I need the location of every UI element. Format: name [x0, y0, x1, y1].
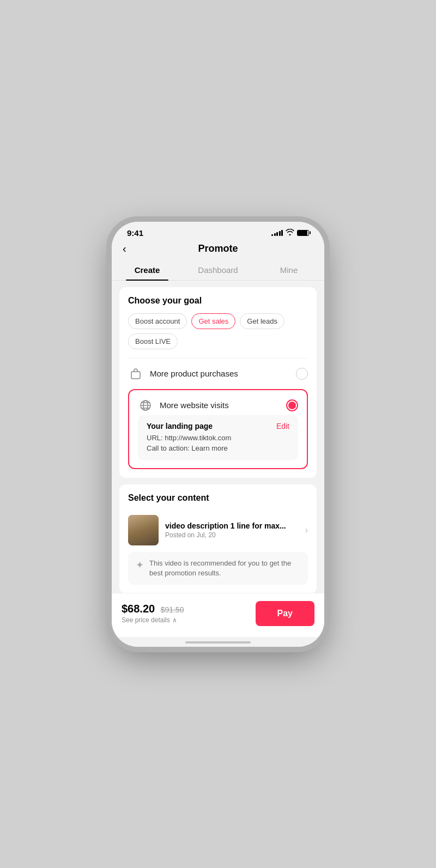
landing-page-section: Your landing page Edit URL: http://www.t… [138, 415, 298, 460]
edit-button[interactable]: Edit [276, 422, 289, 430]
phone-frame: 9:41 ‹ Promote [112, 222, 324, 647]
sparkle-icon: ✦ [136, 559, 144, 571]
landing-label: Your landing page [147, 422, 213, 430]
scroll-content: Choose your goal Boost account Get sales… [112, 281, 324, 593]
goal-option-website[interactable]: More website visits Your landing page Ed… [128, 389, 308, 469]
page-title: Promote [198, 243, 238, 254]
chevron-right-icon: › [305, 525, 308, 535]
price-details[interactable]: See price details ∧ [122, 616, 184, 624]
chip-boost-live[interactable]: Boost LIVE [128, 333, 178, 349]
svg-rect-0 [131, 372, 140, 379]
recommendation-box: ✦ This video is recommended for you to g… [128, 552, 308, 585]
radio-website[interactable] [286, 399, 298, 411]
goal-option-product[interactable]: More product purchases [128, 358, 308, 389]
wifi-icon [286, 229, 294, 237]
home-indicator [112, 637, 324, 647]
current-price: $68.20 [122, 603, 155, 615]
video-date: Posted on Jul, 20 [165, 531, 299, 539]
chip-boost-account[interactable]: Boost account [128, 313, 187, 329]
radio-product[interactable] [296, 368, 308, 380]
content-card: Select your content video description 1 … [119, 484, 317, 593]
content-card-title: Select your content [128, 493, 308, 503]
video-row[interactable]: video description 1 line for max... Post… [128, 511, 308, 550]
landing-url: URL: http://www.tiktok.com [147, 433, 289, 444]
battery-icon [297, 230, 309, 236]
tab-mine[interactable]: Mine [253, 260, 324, 280]
recommendation-text: This video is recommended for you to get… [149, 559, 300, 578]
status-icons [271, 229, 309, 237]
video-thumbnail [128, 515, 159, 545]
old-price: $91.50 [161, 605, 184, 614]
goal-chips: Boost account Get sales Get leads Boost … [128, 313, 308, 349]
status-time: 9:41 [127, 228, 143, 238]
goal-card: Choose your goal Boost account Get sales… [119, 287, 317, 478]
chip-get-sales[interactable]: Get sales [191, 313, 235, 329]
goal-label-product: More product purchases [150, 369, 238, 378]
shopping-bag-icon [128, 366, 143, 381]
globe-icon [138, 398, 153, 413]
video-title: video description 1 line for max... [165, 521, 299, 530]
tab-dashboard[interactable]: Dashboard [183, 260, 253, 280]
back-button[interactable]: ‹ [123, 242, 126, 255]
goal-card-title: Choose your goal [128, 296, 308, 306]
chip-get-leads[interactable]: Get leads [240, 313, 284, 329]
pay-button[interactable]: Pay [256, 601, 314, 626]
landing-cta: Call to action: Learn more [147, 443, 289, 454]
nav-header: ‹ Promote [112, 240, 324, 260]
goal-label-website: More website visits [160, 400, 229, 410]
chevron-up-icon: ∧ [172, 616, 177, 624]
price-section: $68.20 $91.50 See price details ∧ [122, 603, 184, 624]
tab-bar: Create Dashboard Mine [112, 260, 324, 281]
signal-icon [271, 229, 283, 236]
status-bar: 9:41 [112, 222, 324, 240]
tab-create[interactable]: Create [112, 260, 183, 280]
bottom-bar: $68.20 $91.50 See price details ∧ Pay [112, 593, 324, 637]
